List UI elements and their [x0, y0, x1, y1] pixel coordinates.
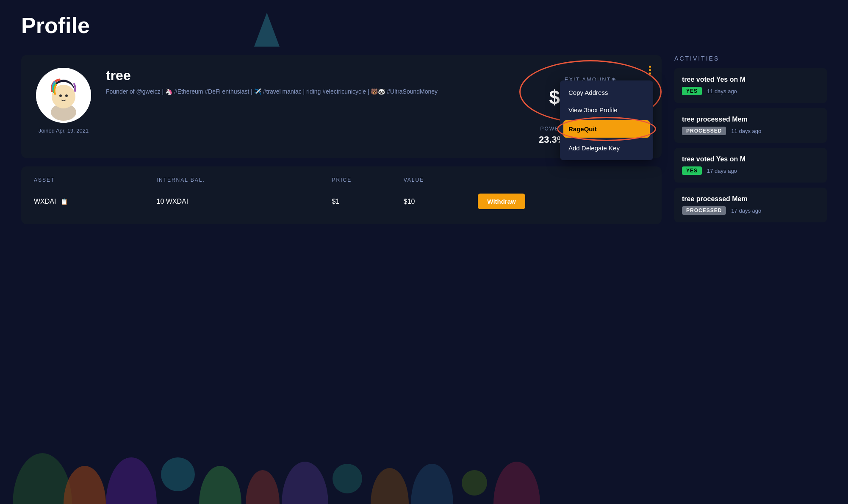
withdraw-button[interactable]: Withdraw: [478, 194, 525, 209]
copy-icon[interactable]: 📋: [61, 198, 68, 205]
svg-point-5: [199, 466, 241, 504]
asset-card: ASSET INTERNAL BAL. PRICE VALUE WXDAI 📋 …: [21, 166, 662, 224]
table-row: WXDAI 📋 10 WXDAI $1 $10 Withdraw: [34, 189, 649, 213]
svg-point-10: [411, 464, 453, 504]
add-delegate-item[interactable]: Add Delegate Key: [560, 139, 653, 157]
svg-point-7: [282, 462, 328, 504]
profile-name: tree: [106, 68, 519, 83]
dot-3: [649, 72, 651, 75]
svg-point-17: [65, 94, 68, 97]
profile-info: tree Founder of @gweicz | 🦄 #Ethereum #D…: [106, 68, 519, 96]
internal-bal: 10 WXDAI: [157, 189, 332, 213]
svg-point-3: [106, 457, 157, 504]
col-price: PRICE: [332, 177, 404, 189]
col-internal-bal: INTERNAL BAL.: [157, 177, 332, 189]
activity-2-badge: PROCESSED: [682, 127, 726, 135]
svg-point-12: [493, 462, 540, 504]
activity-1-title: tree voted Yes on M: [682, 76, 819, 83]
copy-address-item[interactable]: Copy Address: [560, 84, 653, 101]
activity-item-3: tree voted Yes on M YES 17 days ago: [674, 148, 827, 183]
dot-1: [649, 66, 651, 68]
view-3box-item[interactable]: View 3box Profile: [560, 101, 653, 119]
svg-point-11: [462, 470, 487, 496]
left-column: Joined Apr. 19, 2021 tree Founder of @gw…: [21, 55, 662, 227]
svg-point-1: [13, 453, 72, 504]
svg-point-16: [59, 94, 62, 97]
activity-3-badge: YES: [682, 166, 702, 175]
activity-item-1: tree voted Yes on M YES 11 days ago: [674, 68, 827, 103]
activity-3-title: tree voted Yes on M: [682, 155, 819, 163]
activity-2-meta: PROCESSED 11 days ago: [682, 127, 819, 135]
asset-table: ASSET INTERNAL BAL. PRICE VALUE WXDAI 📋 …: [34, 177, 649, 213]
svg-point-8: [333, 464, 362, 493]
activity-item-4: tree processed Mem PROCESSED 17 days ago: [674, 188, 827, 222]
svg-point-2: [64, 466, 106, 504]
activity-4-time: 17 days ago: [731, 208, 761, 214]
activity-3-meta: YES 17 days ago: [682, 166, 819, 175]
col-asset: ASSET: [34, 177, 157, 189]
action-cell: Withdraw: [478, 189, 649, 213]
price: $1: [332, 189, 404, 213]
activity-4-badge: PROCESSED: [682, 206, 726, 215]
rage-quit-label: RageQuit: [568, 125, 597, 133]
value: $10: [404, 189, 478, 213]
rage-quit-item[interactable]: RageQuit: [563, 120, 650, 138]
profile-bio: Founder of @gweicz | 🦄 #Ethereum #DeFi e…: [106, 87, 519, 96]
activities-panel: ACTIVITIES tree voted Yes on M YES 11 da…: [674, 55, 827, 227]
svg-point-9: [371, 468, 409, 504]
dropdown-menu: Copy Address View 3box Profile RageQuit …: [560, 80, 653, 160]
activities-title: ACTIVITIES: [674, 55, 827, 62]
activity-4-title: tree processed Mem: [682, 195, 819, 203]
activity-4-meta: PROCESSED 17 days ago: [682, 206, 819, 215]
asset-name: WXDAI 📋: [34, 189, 157, 213]
svg-point-6: [246, 470, 280, 504]
activity-1-meta: YES 11 days ago: [682, 87, 819, 95]
activity-item-2: tree processed Mem PROCESSED 11 days ago: [674, 108, 827, 143]
dot-2: [649, 69, 651, 71]
activity-2-time: 11 days ago: [731, 128, 761, 134]
join-date: Joined Apr. 19, 2021: [39, 127, 89, 135]
activity-1-time: 11 days ago: [707, 88, 737, 94]
more-menu-button[interactable]: [647, 64, 653, 77]
activity-1-badge: YES: [682, 87, 702, 95]
activity-3-time: 17 days ago: [707, 168, 737, 174]
avatar-section: Joined Apr. 19, 2021: [34, 68, 93, 135]
col-action: [478, 177, 649, 189]
col-value: VALUE: [404, 177, 478, 189]
page-title: Profile: [0, 0, 848, 47]
avatar: [36, 68, 91, 123]
profile-card: Joined Apr. 19, 2021 tree Founder of @gw…: [21, 55, 662, 158]
activity-2-title: tree processed Mem: [682, 116, 819, 123]
svg-point-4: [161, 457, 195, 491]
